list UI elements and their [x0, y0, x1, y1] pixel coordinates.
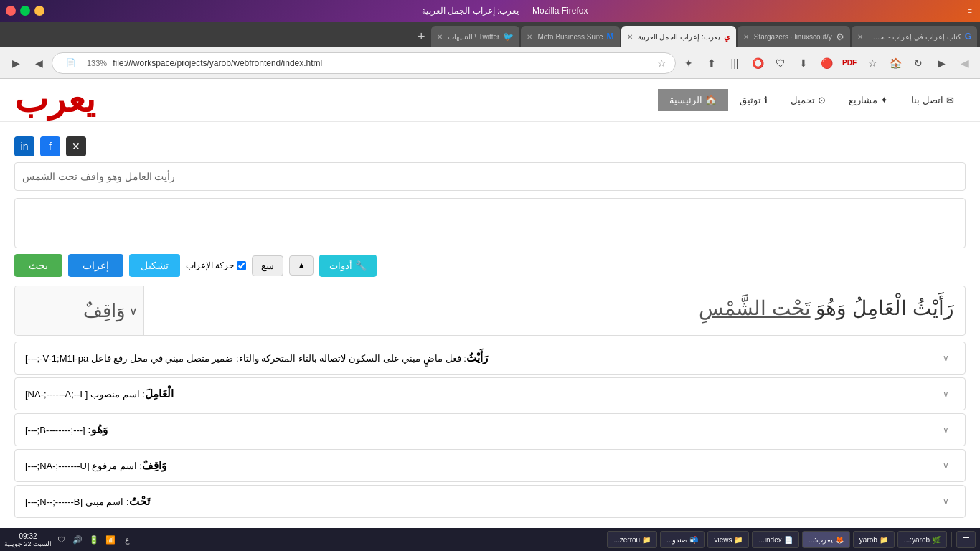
- word-dropdown-section[interactable]: ∨ وَاقِفٌ: [15, 286, 144, 335]
- reader-mode-btn[interactable]: 📄: [61, 53, 81, 73]
- extension-btn1[interactable]: 🔴: [816, 53, 837, 73]
- new-tab-button[interactable]: +: [413, 26, 430, 47]
- share-icons-row: ✕ f in: [14, 136, 966, 156]
- maximize-button[interactable]: [20, 6, 30, 16]
- page-star[interactable]: ☆: [657, 57, 666, 69]
- nav-download[interactable]: ⊙ تحميل: [779, 89, 837, 111]
- sentence-text: رأيت العامل وهو واقف تحت الشمس: [22, 171, 175, 182]
- tab-yarob[interactable]: ي يعرب: إعراب الجمل العربية ✕: [621, 26, 736, 47]
- search-button[interactable]: بحث: [14, 254, 62, 277]
- sentence-display: رأيت العامل وهو واقف تحت الشمس: [14, 162, 966, 191]
- analysis-text-huwa: وَهُو: [---;B--------;---]: [25, 421, 108, 438]
- wrench-icon: 🔧: [355, 260, 367, 271]
- word-waqif: وَاقِفٌ: [142, 459, 166, 471]
- nav-docs[interactable]: ℹ توثيق: [728, 89, 779, 111]
- up-button[interactable]: ▲: [289, 255, 314, 276]
- save-button[interactable]: سع: [252, 255, 283, 276]
- download-icon: ⊙: [818, 95, 826, 105]
- taskbar-menu-btn[interactable]: ☰: [956, 531, 976, 548]
- battery-icon[interactable]: 🔋: [87, 532, 101, 547]
- share-facebook-button[interactable]: f: [40, 136, 60, 156]
- shield-btn[interactable]: 🛡: [771, 53, 791, 73]
- expand-icon-huwa[interactable]: ∨: [943, 425, 949, 435]
- nav-links: ✉ اتصل بنا ✦ مشاريع ⊙ تحميل ℹ توثيق 🏠 ال…: [658, 89, 966, 111]
- tab-label: Meta Business Suite: [537, 33, 603, 41]
- analysis-text-tahta: تَحْتُ: اسم مبني [---;N--;------B]: [25, 493, 150, 510]
- yarob-task-icon: 🌿: [932, 536, 941, 544]
- taskbar-yarob1[interactable]: 🌿 yarob:...: [897, 531, 947, 548]
- action-buttons-row: 🔧 أدوات ▲ سع حركة الإعراب تشكيل إعراب بح…: [14, 254, 966, 277]
- time-display: 09:32: [4, 532, 52, 540]
- back-button[interactable]: ◀: [954, 53, 974, 73]
- zoom-level[interactable]: 133%: [87, 59, 107, 67]
- taskbar-inbox[interactable]: 📬 صندو...: [660, 531, 705, 548]
- text-input-inner: [15, 199, 965, 210]
- tab-stargazers[interactable]: ⚙ Stargazers · linuxscout/y ✕: [738, 26, 850, 47]
- tashkeel-button[interactable]: تشكيل: [129, 254, 180, 277]
- zerrou-task-icon: 📁: [642, 536, 651, 544]
- download-btn[interactable]: ⬇: [793, 53, 814, 73]
- haraka-checkbox[interactable]: [237, 261, 246, 270]
- iraab-button[interactable]: إعراب: [68, 254, 123, 277]
- security-icon[interactable]: 🛡: [54, 532, 68, 547]
- nav-back-btn[interactable]: ◀: [29, 53, 49, 73]
- pdf-button[interactable]: PDF: [839, 53, 859, 73]
- twitter-icon: 🐦: [503, 32, 514, 42]
- analysis-row-raytu: ∨ رَأَيْثُ: فعل ماضٍ مبني على السكون لات…: [14, 342, 966, 375]
- nav-label: اتصل بنا: [911, 95, 943, 105]
- nav-label: الرئيسية: [669, 95, 702, 105]
- tab-label: يعرب: إعراب الجمل العربية: [638, 33, 720, 41]
- volume-icon[interactable]: 🔊: [70, 532, 85, 547]
- bookmark-button[interactable]: ☆: [862, 53, 882, 73]
- expand-icon-aamil[interactable]: ∨: [943, 389, 949, 399]
- result-main-text: رَأَيْثُ الْعَامِلُ وَهُوَ تَحْت الشَّمْ…: [144, 286, 965, 335]
- nav-forward-btn[interactable]: ▶: [6, 53, 26, 73]
- tab-iraab-book[interactable]: G كتاب إعراب في إعراب - بحث ×|e ✕: [852, 26, 977, 47]
- nav-contact[interactable]: ✉ اتصل بنا: [900, 89, 966, 111]
- extension-btn2[interactable]: ⭕: [748, 53, 768, 73]
- tab-close-1[interactable]: ✕: [857, 33, 863, 41]
- taskbar-index[interactable]: 📄 index...: [752, 531, 798, 548]
- expand-icon-waqif[interactable]: ∨: [943, 461, 949, 471]
- tab-close-3[interactable]: ✕: [627, 33, 633, 41]
- taskbar-yarob2[interactable]: 📁 yarob: [853, 531, 895, 548]
- share-x-button[interactable]: ✕: [66, 136, 86, 156]
- close-button[interactable]: [6, 6, 16, 16]
- wifi-icon[interactable]: 📶: [103, 532, 118, 547]
- projects-icon: ✦: [880, 95, 888, 105]
- tab-close-5[interactable]: ✕: [437, 33, 443, 41]
- nav-label: توثيق: [740, 95, 761, 105]
- taskbar-firefox[interactable]: 🦊 يعرب:...: [802, 531, 850, 548]
- home-button[interactable]: 🏠: [885, 53, 905, 73]
- main-content-area: ✕ f in رأيت العامل وهو واقف تحت الشمس 🔧 …: [0, 122, 980, 528]
- tab-twitter[interactable]: 🐦 Twitter \ التنبيهات ✕: [431, 26, 520, 47]
- tools-button[interactable]: 🔧 أدوات: [319, 255, 377, 277]
- address-bar[interactable]: ☆ file:///workspace/projects/yarob/webfr…: [52, 52, 676, 74]
- highlighted-word: تَحْت الشَّمْسِ: [699, 297, 811, 319]
- minimize-button[interactable]: [34, 6, 44, 16]
- taskbar-views[interactable]: 📁 views: [707, 531, 749, 548]
- tab-close-4[interactable]: ✕: [527, 33, 532, 41]
- nav-home[interactable]: 🏠 الرئيسية: [658, 89, 728, 111]
- tab-close-2[interactable]: ✕: [743, 33, 749, 41]
- share-linkedin-button[interactable]: in: [14, 136, 34, 156]
- tab-label: Stargazers · linuxscout/y: [754, 33, 832, 41]
- github-icon: ⚙: [836, 32, 844, 42]
- taskbar-zerrou[interactable]: 📁 zerrou...: [607, 531, 657, 548]
- title-bar-menu[interactable]: ≡: [966, 6, 974, 15]
- reload-button[interactable]: ↻: [908, 53, 928, 73]
- tab-meta[interactable]: M Meta Business Suite ✕: [521, 26, 619, 47]
- expand-icon-raytu[interactable]: ∨: [943, 353, 949, 363]
- bars-btn[interactable]: |||: [725, 53, 745, 73]
- forward-button[interactable]: ▶: [931, 53, 951, 73]
- text-input-area[interactable]: [14, 198, 966, 248]
- upload-btn[interactable]: ⬆: [702, 53, 722, 73]
- result-display-area: رَأَيْثُ الْعَامِلُ وَهُوَ تَحْت الشَّمْ…: [14, 286, 966, 336]
- nav-projects[interactable]: ✦ مشاريع: [837, 89, 900, 111]
- tab-bar: G كتاب إعراب في إعراب - بحث ×|e ✕ ⚙ Star…: [0, 22, 980, 47]
- site-navigation: ✉ اتصل بنا ✦ مشاريع ⊙ تحميل ℹ توثيق 🏠 ال…: [0, 79, 980, 122]
- expand-icon-tahta[interactable]: ∨: [943, 496, 949, 507]
- keyboard-layout-icon[interactable]: ع: [120, 532, 134, 547]
- pocket-btn[interactable]: ✦: [679, 53, 699, 73]
- site-logo: يعرب: [14, 79, 95, 121]
